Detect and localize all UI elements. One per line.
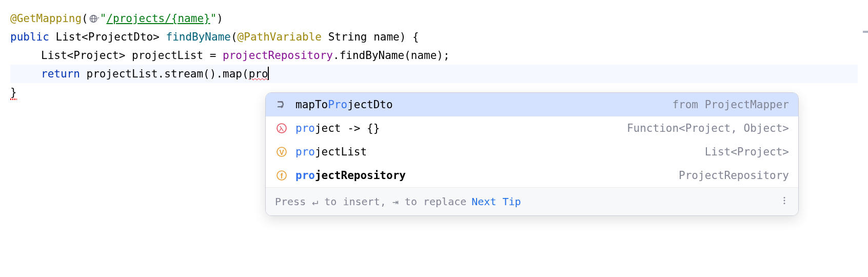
field-icon: f <box>275 169 288 182</box>
footer-hint: Press ↵ to insert, ⇥ to replace <box>275 193 466 210</box>
lambda-icon <box>275 122 288 135</box>
completion-item-projectlist[interactable]: V projectList List<Project> <box>266 140 798 164</box>
code-line-3[interactable]: List<Project> projectList = projectRepos… <box>10 46 858 65</box>
completion-item-maptoprojectdto[interactable]: mapToProjectDto from ProjectMapper <box>266 93 798 116</box>
globe-icon[interactable] <box>89 13 100 24</box>
next-tip-link[interactable]: Next Tip <box>471 193 521 210</box>
svg-point-8 <box>784 197 785 199</box>
method-chain-icon <box>275 98 288 111</box>
completion-footer: Press ↵ to insert, ⇥ to replace Next Tip <box>266 187 798 215</box>
svg-text:f: f <box>281 172 283 180</box>
caret <box>268 67 269 80</box>
code-line-2[interactable]: public List<ProjectDto> findByName(@Path… <box>10 28 858 46</box>
svg-text:V: V <box>279 149 284 156</box>
typed-text: pro <box>249 68 268 80</box>
svg-point-9 <box>784 200 785 202</box>
variable-icon: V <box>275 145 288 159</box>
svg-point-10 <box>784 203 785 204</box>
annotation-getmapping: @GetMapping <box>10 12 82 25</box>
completion-item-lambda[interactable]: project -> {} Function<Project, Object> <box>266 116 798 140</box>
gutter <box>865 0 868 277</box>
url-path: /projects/{name} <box>106 12 210 25</box>
code-line-4[interactable]: return projectList.stream().map(pro <box>10 65 858 83</box>
close-brace: } <box>10 86 17 98</box>
method-findbyname: findByName <box>166 31 231 43</box>
more-icon[interactable] <box>780 193 789 210</box>
completion-item-projectrepository[interactable]: f projectRepository ProjectRepository <box>266 164 798 187</box>
completion-popup: mapToProjectDto from ProjectMapper proje… <box>265 92 799 216</box>
code-line-1[interactable]: @GetMapping("/projects/{name}") <box>10 9 858 28</box>
